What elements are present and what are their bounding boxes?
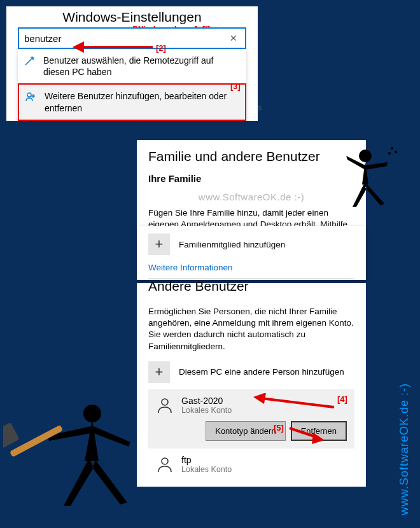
add-family-member[interactable]: + Familienmitglied hinzufügen — [148, 231, 354, 258]
suggestion-remote-access[interactable]: Benutzer auswählen, die Remotezugriff au… — [18, 49, 246, 83]
svg-rect-8 — [10, 425, 63, 457]
suggestion-label: Weitere Benutzer hinzufügen, bearbeiten … — [45, 90, 239, 113]
annotation-5: [5] — [274, 423, 284, 433]
svg-point-2 — [162, 458, 168, 464]
decorative-figure-1 — [340, 143, 401, 216]
plus-icon: + — [148, 233, 170, 255]
user-type: Lokales Konto — [181, 465, 232, 474]
user-avatar-icon — [156, 396, 174, 413]
settings-search-window: Windows-Einstellungen [Windows-Logo]+[I]… — [6, 6, 258, 121]
suggestion-add-users[interactable]: Weitere Benutzer hinzufügen, bearbeiten … — [18, 83, 246, 120]
svg-point-3 — [359, 149, 372, 162]
watermark-text: www.SoftwareOK.de :-) — [148, 191, 354, 202]
user-name: ftp — [181, 455, 232, 465]
svg-point-6 — [388, 152, 391, 155]
clear-icon[interactable]: ✕ — [227, 33, 240, 43]
add-family-panel: + Familienmitglied hinzufügen Weitere In… — [137, 226, 366, 280]
section-heading: Familie und andere Benutzer — [148, 149, 354, 164]
user-type: Lokales Konto — [181, 406, 232, 415]
user-name: Gast-2020 — [181, 396, 232, 406]
side-watermark: www.SoftwareOK.de :-) — [398, 383, 411, 515]
add-other-user[interactable]: + Diesem PC eine andere Person hinzufüge… — [148, 359, 354, 386]
remove-user-button[interactable]: Entfernen — [291, 421, 347, 441]
svg-point-0 — [27, 93, 31, 97]
your-family-heading: Ihre Familie — [148, 173, 354, 184]
remote-icon — [24, 55, 37, 66]
other-users-heading: Andere Benutzer — [148, 278, 354, 293]
search-box: ✕ — [18, 27, 246, 49]
annotation-4: [4] — [337, 394, 347, 404]
decorative-figure-2 — [3, 391, 140, 512]
other-users-description: Ermöglichen Sie Personen, die nicht Ihre… — [148, 306, 354, 352]
plus-icon: + — [148, 361, 170, 383]
add-user-icon — [25, 90, 38, 102]
settings-title: Windows-Einstellungen — [6, 10, 258, 25]
svg-rect-9 — [3, 422, 20, 450]
settings-search-input[interactable] — [24, 33, 227, 44]
svg-point-4 — [391, 147, 393, 149]
svg-point-7 — [83, 405, 101, 422]
svg-point-5 — [395, 151, 397, 153]
svg-point-1 — [162, 399, 168, 405]
user-avatar-icon — [156, 455, 174, 473]
user-card-ftp[interactable]: ftp Lokales Konto — [148, 454, 354, 475]
add-other-label: Diesem PC eine andere Person hinzufügen — [179, 367, 344, 377]
user-card-gast[interactable]: Gast-2020 Lokales Konto Kontotyp ändern … — [148, 389, 354, 448]
annotation-3: [3] — [230, 81, 241, 91]
add-family-label: Familienmitglied hinzufügen — [179, 240, 285, 249]
more-info-link[interactable]: Weitere Informationen — [148, 263, 233, 272]
annotation-2: [2] — [156, 43, 166, 53]
search-suggestions: Benutzer auswählen, die Remotezugriff au… — [18, 49, 246, 121]
other-users-panel: Andere Benutzer Ermöglichen Sie Personen… — [137, 283, 366, 487]
suggestion-label: Benutzer auswählen, die Remotezugriff au… — [43, 55, 240, 78]
